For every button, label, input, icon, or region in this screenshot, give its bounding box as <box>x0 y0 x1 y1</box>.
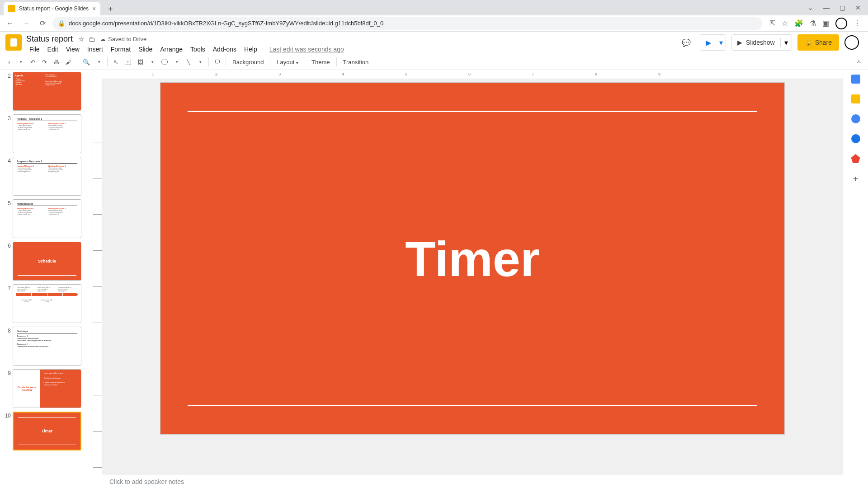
menu-arrange[interactable]: Arrange <box>157 45 186 54</box>
notes-placeholder: Click to add speaker notes <box>109 478 184 485</box>
menu-bar: File Edit View Insert Format Slide Arran… <box>26 45 347 54</box>
slide-thumbnail[interactable]: 3Progress – Topic area 1Heading/Mileston… <box>5 114 93 153</box>
transition-button[interactable]: Transition <box>340 57 373 67</box>
speaker-notes[interactable]: Click to add speaker notes <box>102 474 843 488</box>
line-tool[interactable]: ╲ <box>183 56 194 68</box>
theme-button[interactable]: Theme <box>308 57 333 67</box>
maximize-icon[interactable]: ▢ <box>840 4 845 11</box>
star-icon[interactable]: ☆ <box>78 35 84 43</box>
back-button[interactable]: ← <box>4 17 16 30</box>
horizontal-ruler: 123456789 <box>102 70 843 79</box>
select-tool[interactable]: ↖ <box>110 56 121 68</box>
menu-insert[interactable]: Insert <box>84 45 106 54</box>
present-icon-button[interactable]: ▶ <box>700 34 717 51</box>
forward-button[interactable]: → <box>20 17 33 30</box>
slide-thumbnail[interactable]: 8Next stepsAssignment 1Lorem ipsum dolor… <box>5 327 93 366</box>
thumb-number: 5 <box>5 199 13 206</box>
thumb-number: 7 <box>5 284 13 291</box>
slide-thumbnail[interactable]: 7Lorem ipsum dolor sitamet consecteturad… <box>5 284 93 323</box>
slide-top-rule <box>188 111 757 112</box>
sidepanel-icon[interactable]: ▣ <box>822 19 829 28</box>
shape-dropdown[interactable]: ▾ <box>171 56 182 68</box>
close-window-icon[interactable]: ✕ <box>855 4 861 11</box>
slide-canvas[interactable]: Timer <box>160 83 784 434</box>
zoom-dropdown[interactable]: ▾ <box>94 56 104 68</box>
line-dropdown[interactable]: ▾ <box>195 56 206 68</box>
minimize-icon[interactable]: ― <box>823 4 830 11</box>
lock-icon: 🔒 <box>805 39 812 46</box>
new-tab-button[interactable]: + <box>104 3 117 15</box>
new-slide-dropdown[interactable]: ▾ <box>15 56 26 68</box>
menu-tools[interactable]: Tools <box>187 45 208 54</box>
doc-title[interactable]: Status report <box>26 34 73 44</box>
add-addon-icon[interactable]: + <box>853 174 859 184</box>
comment-tool[interactable]: 🗨 <box>212 56 223 68</box>
cloud-status[interactable]: ☁ Saved to Drive <box>100 35 146 43</box>
menu-help[interactable]: Help <box>241 45 260 54</box>
ruler-tick: 3 <box>278 72 281 76</box>
slide-thumbnail[interactable]: 6Schedule <box>5 242 93 281</box>
layout-button[interactable]: Layout ▾ <box>273 57 302 67</box>
ruler-tick: 8 <box>595 72 597 76</box>
move-icon[interactable]: 🗀 <box>89 35 95 43</box>
paint-format-button[interactable]: 🖌 <box>63 56 74 68</box>
collapse-toolbar-icon[interactable]: ㅅ <box>853 56 864 68</box>
kebab-menu-icon[interactable]: ⋮ <box>854 19 861 28</box>
thumb-number: 9 <box>5 369 13 376</box>
shape-tool[interactable] <box>159 56 170 68</box>
slide-thumbnail[interactable]: 9Goals for next meeting• Lorem ipsum dol… <box>5 369 93 408</box>
textbox-tool[interactable]: T <box>122 56 134 68</box>
thumb-number: 2 <box>5 72 13 79</box>
extensions-icon[interactable]: 🧩 <box>794 19 803 28</box>
print-button[interactable]: 🖶 <box>51 56 62 68</box>
present-dropdown[interactable]: ▾ <box>717 38 726 47</box>
notes-resize-handle[interactable]: ⋯ <box>102 469 843 474</box>
account-avatar[interactable] <box>844 35 859 50</box>
last-edit-link[interactable]: Last edit was seconds ago <box>266 45 347 54</box>
redo-button[interactable]: ↷ <box>39 56 50 68</box>
menu-format[interactable]: Format <box>108 45 134 54</box>
slide-thumbnail[interactable]: 4Progress – Topic area 2Heading/Mileston… <box>5 157 93 196</box>
slide-filmstrip[interactable]: 2Agenda• Progress• Attention areas• Sche… <box>0 70 93 474</box>
calendar-icon[interactable] <box>851 75 860 84</box>
undo-button[interactable]: ↶ <box>27 56 38 68</box>
share-button[interactable]: 🔒 Share <box>797 34 839 51</box>
slides-logo[interactable] <box>5 34 22 51</box>
labs-icon[interactable]: ⚗ <box>810 19 816 28</box>
close-tab-icon[interactable]: × <box>92 5 96 12</box>
menu-addons[interactable]: Add-ons <box>210 45 240 54</box>
slide-thumbnail[interactable]: 10Timer <box>5 412 93 450</box>
slideshow-button[interactable]: ▶ Slideshow <box>732 39 780 46</box>
comments-button[interactable]: 💬 <box>678 34 694 51</box>
install-icon[interactable]: ⇱ <box>769 19 775 28</box>
tasks-icon[interactable] <box>851 114 860 123</box>
browser-tab[interactable]: Status report - Google Slides × <box>4 2 100 15</box>
zoom-button[interactable]: 🔍 <box>80 56 93 68</box>
menu-file[interactable]: File <box>26 45 43 54</box>
background-button[interactable]: Background <box>229 57 267 67</box>
menu-slide[interactable]: Slide <box>135 45 156 54</box>
new-slide-button[interactable]: + <box>4 56 14 68</box>
ruler-tick: 7 <box>532 72 534 76</box>
image-tool[interactable]: 🖼 <box>135 56 146 68</box>
saved-text: Saved to Drive <box>108 36 146 42</box>
keep-icon[interactable] <box>851 94 860 103</box>
reload-button[interactable]: ⟳ <box>36 17 49 30</box>
tab-title: Status report - Google Slides <box>19 5 89 12</box>
slideshow-dropdown[interactable]: ▾ <box>780 38 792 47</box>
bookmark-icon[interactable]: ☆ <box>782 19 788 28</box>
url-field[interactable]: 🔒 docs.google.com/presentation/d/1D3IKt-… <box>52 17 762 30</box>
image-dropdown[interactable]: ▾ <box>147 56 158 68</box>
menu-edit[interactable]: Edit <box>44 45 61 54</box>
maps-icon[interactable] <box>851 154 860 163</box>
url-text: docs.google.com/presentation/d/1D3IKt-vi… <box>69 20 383 27</box>
slide-thumbnail[interactable]: 5Attention areasHeading/Milestone 1• Lor… <box>5 199 93 238</box>
slide-thumbnail[interactable]: 2Agenda• Progress• Attention areas• Sche… <box>5 72 93 111</box>
contacts-icon[interactable] <box>851 134 860 143</box>
chevron-down-icon[interactable]: ⌄ <box>808 4 813 11</box>
ruler-tick: 9 <box>658 72 660 76</box>
thumb-number: 10 <box>5 412 13 419</box>
profile-avatar[interactable] <box>835 18 847 29</box>
menu-view[interactable]: View <box>63 45 83 54</box>
ruler-tick: 6 <box>468 72 471 76</box>
